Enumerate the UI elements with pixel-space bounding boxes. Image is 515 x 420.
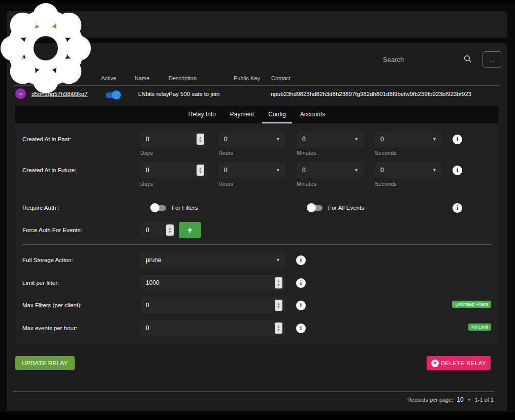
full-storage-select[interactable]: prune ▼ [140,252,285,268]
toggle-thumb [307,203,316,212]
column-header-name: Name [135,75,149,81]
created-past-minutes-select[interactable]: 0 ▼ [297,131,364,147]
tab-accounts[interactable]: Accounts [294,106,331,123]
number-spinner-icon[interactable]: ▲ ▼ [275,322,282,334]
full-storage-value: prune [146,256,162,264]
spinner-up-icon[interactable]: ▲ [168,227,171,230]
column-header-description: Description [169,75,197,81]
spinner-up-icon[interactable]: ▲ [277,325,280,328]
relay-active-toggle[interactable] [104,90,121,100]
tab-relay-info[interactable]: Relay Info [182,106,222,123]
relay-description-cell: Pay 500 sats to join [169,91,219,97]
unit-label-seconds: Seconds [375,150,397,156]
records-per-page-value[interactable]: 10 [457,396,463,403]
created-past-seconds-select[interactable]: 0 ▼ [375,131,442,147]
search-input[interactable] [383,52,462,67]
force-auth-label: Force Auth For Events: [22,227,82,233]
created-past-hours-select[interactable]: 0 ▼ [218,131,285,147]
unit-label-minutes: Minutes [297,181,316,187]
update-relay-button[interactable]: UPDATE RELAY [15,356,75,370]
info-icon[interactable]: i [453,135,462,144]
chevron-down-icon[interactable]: ▼ [432,137,437,142]
tab-config[interactable]: Config [262,106,292,123]
info-icon[interactable]: i [296,301,306,310]
created-past-days-input[interactable]: ▲ ▼ [140,131,207,147]
chevron-down-icon[interactable]: ▼ [432,168,437,173]
max-filters-value[interactable] [140,297,285,313]
info-icon[interactable]: i [453,203,462,213]
minutes-value: 0 [302,167,306,174]
info-icon[interactable]: i [453,166,462,175]
max-events-input[interactable]: ▲ ▼ [140,320,285,336]
created-future-hours-select[interactable]: 0 ▼ [218,162,285,178]
unit-label-hours: Hours [218,150,233,156]
seconds-value: 0 [380,136,384,143]
pagination-footer: Records per page: 10 ▼ 1-1 of 1 [407,396,494,403]
number-spinner-icon[interactable]: ▲ ▼ [166,224,174,236]
tab-payment[interactable]: Payment [224,106,260,123]
max-events-label: Max events per hour: [22,325,77,331]
number-spinner-icon[interactable]: ▲ ▼ [275,277,282,288]
require-auth-label: Require Auth : [22,205,59,211]
page-title: Relays [15,54,39,63]
number-spinner-icon[interactable]: ▲ ▼ [275,300,282,311]
chevron-down-icon[interactable]: ▼ [276,257,280,263]
records-per-page-label: Records per page: [407,397,454,403]
info-icon[interactable]: i [296,324,306,333]
unit-label-seconds: Seconds [375,181,397,187]
chevron-down-icon[interactable]: ▼ [354,137,359,142]
for-filters-toggle[interactable] [150,203,168,213]
max-filters-input[interactable]: ▲ ▼ [140,297,285,313]
collapse-row-button[interactable]: − [15,88,26,99]
column-header-contact: Contact [271,75,291,81]
spinner-up-icon[interactable]: ▲ [277,302,280,305]
unit-label-hours: Hours [218,181,233,187]
for-filters-label: For Filters [172,205,198,211]
relay-id-link[interactable]: d5on1qg57h98j09kg7 [31,91,88,97]
divider [22,244,492,245]
max-events-value[interactable] [140,320,285,336]
number-spinner-icon[interactable]: ▲ ▼ [197,134,204,145]
chevron-down-icon[interactable]: ▼ [276,137,280,142]
chevron-down-icon[interactable]: ▼ [467,398,471,402]
chevron-down-icon[interactable]: ▼ [354,168,359,173]
spinner-down-icon[interactable]: ▼ [168,230,171,234]
force-auth-input[interactable]: ▲ ▼ [140,222,177,238]
created-future-days-input[interactable]: ▲ ▼ [140,162,207,178]
spinner-up-icon[interactable]: ▲ [199,167,202,170]
chevron-down-icon[interactable]: ▼ [276,168,280,173]
spinner-down-icon[interactable]: ▼ [277,283,280,286]
unit-label-days: Days [140,181,153,187]
delete-relay-button[interactable]: ✕ DELETE RELAY [427,356,491,370]
column-header-public-key: Public Key [234,75,260,81]
relay-name-cell: LNbits relay [138,91,169,97]
for-all-events-toggle[interactable] [307,203,324,213]
spinner-down-icon[interactable]: ▼ [199,139,202,143]
table-options-button[interactable]: ... [482,51,501,68]
toolbar-card: NEW RELAY [7,11,507,38]
detail-tabbar: Relay Info Payment Config Accounts [15,106,498,123]
no-limit-badge: No Limit [468,324,491,331]
unlimited-filters-badge: Unlimited Filters [452,301,491,308]
created-future-seconds-select[interactable]: 0 ▼ [375,162,442,178]
spinner-down-icon[interactable]: ▼ [199,170,202,174]
max-filters-label: Max Filters (per client): [22,302,82,308]
info-icon[interactable]: i [296,255,306,265]
info-icon[interactable]: i [296,278,306,288]
new-relay-button[interactable]: NEW RELAY [14,18,60,30]
limit-per-filter-input[interactable]: ▲ ▼ [140,275,285,291]
limit-per-filter-value[interactable] [140,275,285,291]
created-future-minutes-select[interactable]: 0 ▼ [297,162,364,178]
spinner-up-icon[interactable]: ▲ [277,279,280,283]
number-spinner-icon[interactable]: ▲ ▼ [197,165,204,176]
search-icon[interactable] [463,54,472,63]
spinner-down-icon[interactable]: ▼ [277,328,280,332]
top-strip [0,0,515,4]
add-pubkey-button[interactable]: + [179,222,201,238]
spinner-up-icon[interactable]: ▲ [199,136,202,139]
hours-value: 0 [224,136,228,143]
relays-card: Relays ... Active Name Description Publi… [7,43,507,411]
config-panel: Created At in Past: ▲ ▼ Days 0 ▼ Hours 0… [15,123,498,345]
spinner-down-icon[interactable]: ▼ [277,305,280,309]
page: NEW RELAY Relays ... Active Name Descrip… [0,0,515,420]
